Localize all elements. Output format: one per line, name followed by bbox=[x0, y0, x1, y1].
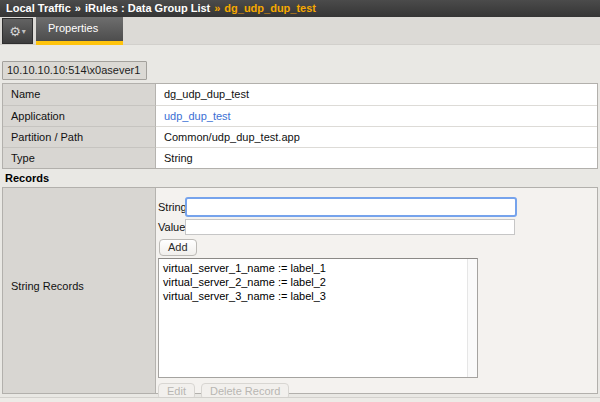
gear-menu-button[interactable]: ⚙▾ bbox=[2, 18, 33, 44]
table-row: Name dg_udp_dup_test bbox=[3, 84, 597, 105]
partition-path-value: Common/udp_dup_test.app bbox=[156, 126, 597, 147]
table-row: Partition / Path Common/udp_dup_test.app bbox=[3, 126, 597, 147]
breadcrumb-section[interactable]: iRules : Data Group List bbox=[85, 0, 210, 17]
gear-icon: ⚙ bbox=[9, 24, 21, 39]
application-label: Application bbox=[3, 105, 156, 126]
string-field-label: String: bbox=[158, 201, 185, 213]
application-link[interactable]: udp_dup_test bbox=[164, 110, 231, 122]
records-listbox[interactable]: virtual_server_1_name := label_1 virtual… bbox=[158, 258, 478, 378]
application-value: udp_dup_test bbox=[156, 105, 597, 126]
breadcrumb-separator: » bbox=[210, 0, 224, 17]
partition-path-label: Partition / Path bbox=[3, 126, 156, 147]
records-editor: String: Value: Add virtual_server_1_name… bbox=[156, 188, 597, 393]
tab-properties[interactable]: Properties bbox=[36, 17, 123, 45]
records-section-title: Records bbox=[5, 172, 49, 184]
tab-strip: ⚙▾ Properties bbox=[0, 17, 600, 45]
records-list: virtual_server_1_name := label_1 virtual… bbox=[159, 259, 477, 303]
host-tooltip: 10.10.10.10:514\x0asever1 bbox=[2, 61, 147, 80]
string-records-label: String Records bbox=[3, 188, 156, 393]
listbox-scrollbar-track[interactable] bbox=[467, 259, 477, 377]
breadcrumb-current-page: dg_udp_dup_test bbox=[224, 0, 316, 17]
name-value: dg_udp_dup_test bbox=[156, 84, 597, 105]
string-input[interactable] bbox=[185, 197, 517, 217]
tab-properties-label: Properties bbox=[48, 22, 98, 34]
bottom-strip bbox=[0, 398, 600, 402]
value-field-row: Value: bbox=[158, 219, 597, 235]
value-field-label: Value: bbox=[158, 221, 185, 233]
list-item[interactable]: virtual_server_3_name := label_3 bbox=[159, 289, 477, 303]
records-table: String Records String: Value: Add virtua… bbox=[2, 187, 598, 394]
add-button[interactable]: Add bbox=[159, 239, 197, 256]
breadcrumb-separator: » bbox=[71, 0, 85, 17]
chevron-down-icon: ▾ bbox=[22, 27, 26, 36]
name-label: Name bbox=[3, 84, 156, 105]
value-input[interactable] bbox=[185, 219, 515, 235]
type-label: Type bbox=[3, 147, 156, 168]
list-item[interactable]: virtual_server_1_name := label_1 bbox=[159, 261, 477, 275]
table-row: Application udp_dup_test bbox=[3, 105, 597, 126]
breadcrumb-root[interactable]: Local Traffic bbox=[6, 0, 71, 17]
type-value: String bbox=[156, 147, 597, 168]
breadcrumb: Local Traffic»iRules : Data Group List»d… bbox=[0, 0, 600, 17]
list-item[interactable]: virtual_server_2_name := label_2 bbox=[159, 275, 477, 289]
general-properties-table: Name dg_udp_dup_test Application udp_dup… bbox=[2, 83, 598, 169]
string-field-row: String: bbox=[158, 197, 597, 217]
table-row: Type String bbox=[3, 147, 597, 168]
